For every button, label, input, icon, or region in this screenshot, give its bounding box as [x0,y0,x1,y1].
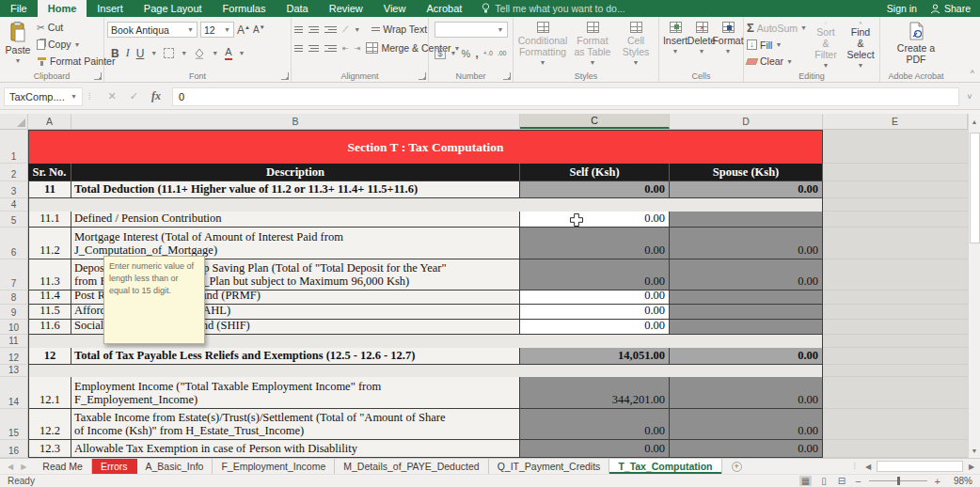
sheet-tab-errors[interactable]: Errors [92,459,137,474]
sheet-tab-read me[interactable]: Read Me [34,459,92,474]
font-size-select[interactable]: 12▼ [200,22,234,38]
tell-me-box[interactable]: Tell me what you want to do... [472,0,634,17]
cell-sr[interactable]: 11.1 [28,212,71,228]
increase-indent-button[interactable]: ⇥ [355,44,361,53]
row-number[interactable]: 12 [0,348,28,365]
empty-cell-area[interactable] [823,440,968,458]
increase-decimal-button[interactable]: +.0 [483,50,493,56]
cell-self-value[interactable]: 0.00 [520,259,670,291]
menu-tab-file[interactable]: File [0,0,38,17]
insert-function-icon[interactable]: fx [151,89,161,103]
row-number[interactable]: 2 [0,164,28,181]
vertical-scrollbar-thumb[interactable] [970,133,980,244]
cell-self-value[interactable]: 0.00 [520,228,670,259]
header-cell-desc[interactable]: Description [71,164,520,181]
empty-cell-area[interactable] [823,305,968,320]
cell-self-value[interactable]: 0.00 [520,320,670,335]
zoom-in-button[interactable]: + [935,476,940,487]
middle-align-button[interactable] [308,24,319,35]
menu-tab-view[interactable]: View [373,0,417,17]
header-cell-sr[interactable]: Sr. No. [28,164,71,181]
font-dialog-launcher[interactable] [281,72,289,80]
cell-sr[interactable]: 11 [28,181,71,198]
cell-self-value[interactable]: 0.00 [520,291,670,305]
cell-sr[interactable]: 12.2 [28,409,71,440]
cell-self-value[interactable]: 0.00 [520,409,670,440]
formula-input[interactable]: 0 [172,87,959,106]
row-number[interactable]: 7 [0,259,28,291]
row-number[interactable]: 8 [0,291,28,305]
fill-color-dropdown-arrow[interactable]: ▼ [212,50,218,56]
decrease-indent-button[interactable]: ⇤ [342,44,349,53]
autosum-button[interactable]: ΣAutoSum▼ [747,22,807,34]
empty-cell-area[interactable] [823,164,968,181]
insert-cells-button[interactable]: Insert▼ [662,20,688,71]
empty-cell-area[interactable] [823,377,968,409]
column-header-C[interactable]: C [520,114,670,129]
menu-tab-formulas[interactable]: Formulas [213,0,277,17]
bold-button[interactable]: B [111,47,119,60]
zoom-slider-handle[interactable] [897,477,900,485]
sheet-tab-t_tax_computation[interactable]: T_Tax_Computation [609,459,721,474]
vertical-scrollbar[interactable]: ▲ ▼ [968,114,980,458]
sheet-tab-m_details_of_paye_deducted[interactable]: M_Details_of_PAYE_Deducted [335,459,488,474]
increase-font-button[interactable]: A▲ [237,24,250,37]
sheet-tab-a_basic_info[interactable]: A_Basic_Info [137,459,213,474]
sheet-tab-f_employment_income[interactable]: F_Employment_Income [213,459,335,474]
empty-cell-area[interactable] [823,130,968,164]
sort-filter-button[interactable]: AZ Sort & Filter▼ [811,20,841,71]
cell-sr[interactable]: 12.1 [28,377,71,409]
clipboard-dialog-launcher[interactable] [94,72,102,80]
empty-cell-area[interactable] [823,320,968,335]
wrap-text-button[interactable]: Wrap Text [371,24,427,35]
top-align-button[interactable] [294,24,303,35]
find-select-button[interactable]: Find & Select▼ [845,20,877,71]
cell-sr[interactable]: 12.3 [28,440,71,458]
zoom-slider[interactable] [869,480,927,481]
sign-in-button[interactable]: Sign in [887,3,917,14]
cell-description[interactable]: Employment Income ("Total Taxable Employ… [71,377,520,409]
cell-description[interactable]: Total Deduction (11.1+ Higher value of 1… [71,181,520,198]
comma-format-button[interactable]: , [475,46,479,60]
row-number[interactable]: 14 [0,377,28,409]
menu-tab-page-layout[interactable]: Page Layout [134,0,213,17]
cell-sr[interactable]: 11.3 [28,259,71,291]
share-button[interactable]: Share [930,3,971,14]
bottom-align-button[interactable] [324,24,337,35]
format-painter-button[interactable]: Format Painter [37,55,115,67]
currency-format-button[interactable]: $ [435,48,445,59]
cell-self-value[interactable]: 14,051.00 [520,348,670,365]
cell-spouse-value[interactable]: 0.00 [670,377,823,409]
cell-sr[interactable]: 11.4 [28,291,71,305]
menu-tab-insert[interactable]: Insert [87,0,134,17]
cell-sr[interactable]: 11.5 [28,305,71,320]
font-name-select[interactable]: Book Antiqua▼ [107,22,198,38]
cell-spouse-value[interactable] [670,291,823,305]
column-header-D[interactable]: D [670,114,823,129]
decrease-decimal-button[interactable]: .00 [498,50,507,56]
format-cells-button[interactable]: Format▼ [715,20,741,71]
cut-button[interactable]: ✂Cut [37,22,115,33]
cell-description[interactable]: Total of Tax Payable Less Reliefs and Ex… [71,348,520,365]
formula-bar-expand-icon[interactable]: ˅ [959,92,980,102]
cell-spouse-value[interactable]: 0.00 [670,440,823,458]
tab-scroll-left-icon[interactable]: ◀ [8,463,13,471]
cell-styles-button[interactable]: Cell Styles▼ [616,20,656,71]
select-all-corner[interactable] [0,114,28,129]
empty-cell-area[interactable] [823,348,968,365]
cell-sr[interactable]: 12 [28,348,71,365]
align-center-button[interactable] [308,43,319,54]
empty-cell-area[interactable] [823,365,968,377]
sheet-tab-q_it_payment_credits[interactable]: Q_IT_Payment_Credits [489,459,610,474]
hscroll-left-icon[interactable]: ◀ [861,463,875,471]
orientation-button[interactable]: ⟋ [342,24,348,35]
clear-button[interactable]: Clear▼ [747,55,807,67]
collapse-ribbon-button[interactable]: ^ [971,69,974,78]
create-pdf-button[interactable]: Create a PDF [886,20,946,71]
empty-row-cell[interactable] [28,365,823,377]
zoom-out-button[interactable]: − [855,476,861,487]
formula-bar-splitter[interactable]: ⁞ [83,92,97,102]
scroll-down-icon[interactable]: ▼ [969,443,980,458]
column-header-A[interactable]: A [28,114,71,129]
paste-button[interactable]: Paste ▼ [3,20,33,71]
